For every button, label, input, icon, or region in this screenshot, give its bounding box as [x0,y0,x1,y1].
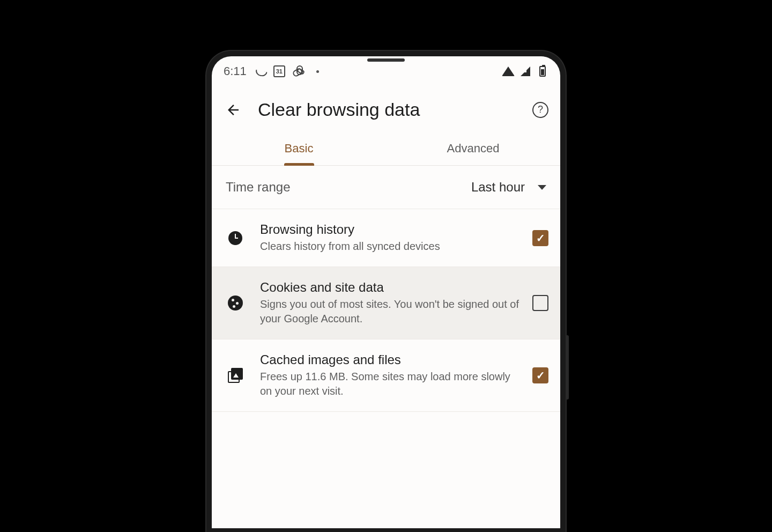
header: Clear browsing data ? [212,84,560,133]
more-notifications-dot-icon [312,65,324,77]
battery-icon [537,65,548,77]
time-range-value: Last hour [471,180,525,195]
check-icon: ✓ [536,369,545,382]
chevron-down-icon [538,185,546,190]
time-range-label: Time range [226,180,291,195]
row-desc: Frees up 11.6 MB. Some sites may load mo… [260,370,519,398]
status-bar: 6:11 31 [212,56,560,84]
row-text: Browsing history Clears history from all… [260,222,519,254]
checkbox-cookies[interactable] [532,295,548,311]
tab-advanced[interactable]: Advanced [386,133,560,165]
tabs: Basic Advanced [212,133,560,166]
clock-icon [224,231,247,245]
phone-side-button [566,335,569,400]
row-title: Cached images and files [260,352,519,367]
help-button[interactable]: ? [532,102,548,118]
check-icon: ✓ [536,232,545,245]
time-range-row: Time range Last hour [212,166,560,209]
time-range-dropdown[interactable]: Last hour [471,180,546,195]
status-left: 6:11 31 [224,64,324,78]
missed-call-icon [254,65,266,77]
row-cached-images[interactable]: Cached images and files Frees up 11.6 MB… [212,339,560,412]
row-desc: Signs you out of most sites. You won't b… [260,297,519,326]
fan-icon [293,65,305,77]
page-title: Clear browsing data [258,99,517,120]
checkbox-cached-images[interactable]: ✓ [532,367,548,383]
tab-basic[interactable]: Basic [212,133,386,165]
row-cookies[interactable]: Cookies and site data Signs you out of m… [212,267,560,339]
row-text: Cached images and files Frees up 11.6 MB… [260,352,519,398]
row-title: Cookies and site data [260,280,519,295]
checkbox-browsing-history[interactable]: ✓ [532,230,548,246]
status-time: 6:11 [224,64,247,78]
image-stack-icon [224,368,247,383]
tab-basic-label: Basic [285,142,314,155]
screen: 6:11 31 Clear browsing data [212,56,560,528]
row-text: Cookies and site data Signs you out of m… [260,280,519,326]
cell-signal-icon [519,65,531,77]
back-button[interactable] [224,100,243,120]
calendar-icon: 31 [273,65,285,77]
phone-frame: 6:11 31 Clear browsing data [206,51,566,532]
row-title: Browsing history [260,222,519,237]
status-right [502,65,548,77]
help-icon: ? [538,104,543,115]
arrow-left-icon [225,102,241,118]
row-desc: Clears history from all synced devices [260,239,519,254]
cookie-icon [224,295,247,311]
tab-advanced-label: Advanced [447,142,500,155]
row-browsing-history[interactable]: Browsing history Clears history from all… [212,209,560,267]
wifi-icon [502,65,514,77]
